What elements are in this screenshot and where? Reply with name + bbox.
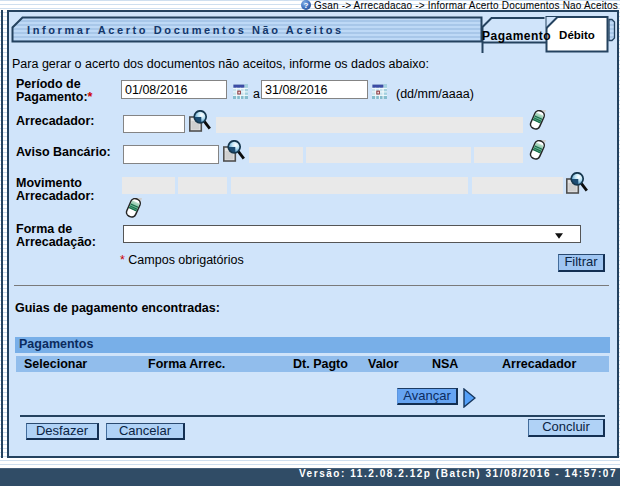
svg-text:?: ? bbox=[304, 1, 309, 10]
